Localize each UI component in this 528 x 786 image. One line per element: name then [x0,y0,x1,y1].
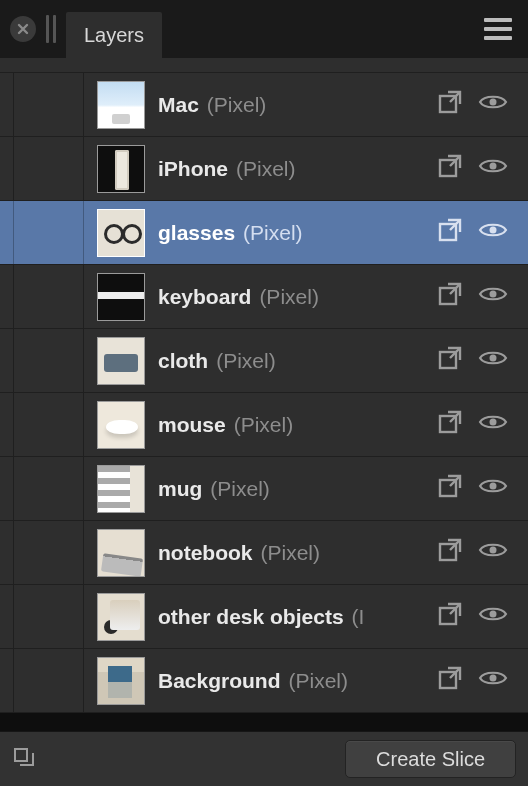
layer-gutter [14,201,84,264]
open-in-new-icon[interactable] [436,152,464,185]
create-slice-label: Create Slice [376,748,485,771]
layer-thumbnail-image [97,81,145,129]
layer-gutter [0,521,14,584]
close-icon [17,23,29,35]
layer-type: (Pixel) [289,669,349,693]
layer-thumbnail-image [97,273,145,321]
layer-row[interactable]: other desk objects(I [0,584,528,649]
visibility-icon[interactable] [478,604,508,629]
layer-row[interactable]: mug(Pixel) [0,456,528,521]
layer-row[interactable]: keyboard(Pixel) [0,264,528,329]
layer-gutter [0,329,14,392]
visibility-icon[interactable] [478,284,508,309]
layer-type: (Pixel) [210,477,270,501]
layer-gutter [14,329,84,392]
layer-label[interactable]: other desk objects(I [158,605,428,629]
layer-thumbnail-image [97,209,145,257]
visibility-icon[interactable] [478,156,508,181]
layer-type: (Pixel) [243,221,303,245]
layer-label[interactable]: Background(Pixel) [158,669,428,693]
layer-gutter [0,457,14,520]
layer-gutter [0,201,14,264]
layer-label[interactable]: keyboard(Pixel) [158,285,428,309]
layer-stack-icon [12,745,36,769]
layer-thumbnail[interactable] [84,81,158,129]
layer-thumbnail[interactable] [84,145,158,193]
layer-name: notebook [158,541,253,565]
layer-label[interactable]: mouse(Pixel) [158,413,428,437]
panel-menu-button[interactable] [484,18,512,40]
layer-gutter [14,457,84,520]
layer-row[interactable]: Mac(Pixel) [0,72,528,137]
layer-label[interactable]: cloth(Pixel) [158,349,428,373]
svg-point-9 [490,355,497,362]
layer-type: (Pixel) [234,413,294,437]
open-in-new-icon[interactable] [436,88,464,121]
layer-thumbnail[interactable] [84,401,158,449]
layer-thumbnail[interactable] [84,465,158,513]
open-in-new-icon[interactable] [436,280,464,313]
layer-thumbnail[interactable] [84,657,158,705]
layer-gutter [14,265,84,328]
visibility-icon[interactable] [478,348,508,373]
layer-row[interactable]: notebook(Pixel) [0,520,528,585]
open-in-new-icon[interactable] [436,344,464,377]
close-panel-button[interactable] [10,16,36,42]
visibility-icon[interactable] [478,540,508,565]
layer-row[interactable]: Background(Pixel) [0,648,528,713]
layer-label[interactable]: mug(Pixel) [158,477,428,501]
visibility-icon[interactable] [478,220,508,245]
layer-thumbnail[interactable] [84,529,158,577]
layer-type: (Pixel) [259,285,319,309]
layer-thumbnail[interactable] [84,209,158,257]
layer-actions [428,88,528,121]
layer-name: keyboard [158,285,251,309]
layer-thumbnail[interactable] [84,337,158,385]
layer-gutter [14,521,84,584]
layer-actions [428,472,528,505]
layer-type: (Pixel) [216,349,276,373]
layer-row[interactable]: iPhone(Pixel) [0,136,528,201]
visibility-icon[interactable] [478,476,508,501]
layer-gutter [14,73,84,136]
drag-handle-icon[interactable] [46,15,56,43]
layer-row[interactable]: mouse(Pixel) [0,392,528,457]
layer-thumbnail[interactable] [84,593,158,641]
visibility-icon[interactable] [478,668,508,693]
layer-row[interactable]: glasses(Pixel) [0,200,528,265]
layer-row[interactable]: cloth(Pixel) [0,328,528,393]
layer-actions [428,216,528,249]
open-in-new-icon[interactable] [436,536,464,569]
open-in-new-icon[interactable] [436,472,464,505]
open-in-new-icon[interactable] [436,600,464,633]
layer-label[interactable]: iPhone(Pixel) [158,157,428,181]
layer-label[interactable]: Mac(Pixel) [158,93,428,117]
layer-thumbnail-image [97,465,145,513]
layer-label[interactable]: notebook(Pixel) [158,541,428,565]
open-in-new-icon[interactable] [436,408,464,441]
layer-name: other desk objects [158,605,344,629]
open-in-new-icon[interactable] [436,664,464,697]
layer-gutter [0,585,14,648]
layer-name: cloth [158,349,208,373]
svg-point-17 [490,611,497,618]
layer-gutter [0,73,14,136]
layer-stack-button[interactable] [12,745,36,774]
layer-gutter [0,265,14,328]
layer-name: glasses [158,221,235,245]
create-slice-button[interactable]: Create Slice [345,740,516,778]
layer-thumbnail[interactable] [84,273,158,321]
tab-layers[interactable]: Layers [66,12,162,58]
layer-gutter [14,585,84,648]
layer-gutter [14,137,84,200]
svg-point-1 [490,99,497,106]
visibility-icon[interactable] [478,92,508,117]
panel-footer: Create Slice [0,731,528,786]
layer-thumbnail-image [97,145,145,193]
layer-label[interactable]: glasses(Pixel) [158,221,428,245]
layer-actions [428,152,528,185]
visibility-icon[interactable] [478,412,508,437]
svg-point-19 [490,675,497,682]
open-in-new-icon[interactable] [436,216,464,249]
layer-thumbnail-image [97,529,145,577]
